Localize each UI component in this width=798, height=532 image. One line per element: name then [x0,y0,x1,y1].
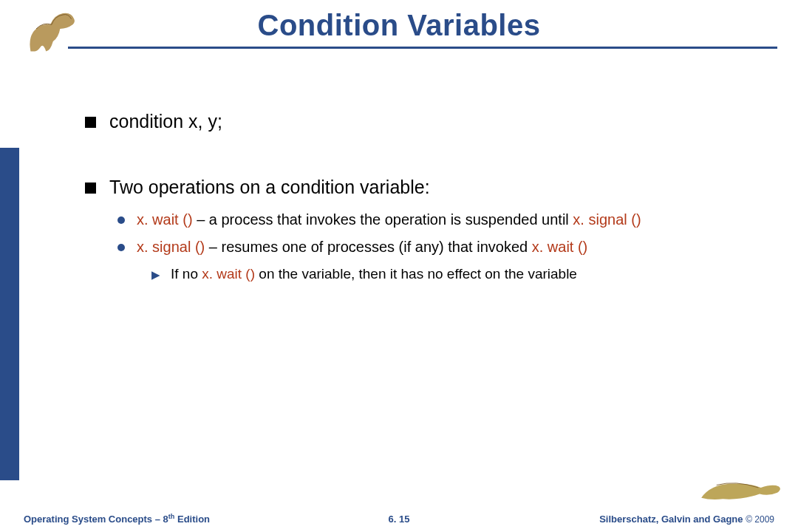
subbullet-text: x. wait () – a process that invokes the … [137,211,641,228]
title-area: Condition Variables [0,9,798,49]
text-fragment: – a process that invokes the operation i… [197,211,573,228]
square-bullet-icon [85,183,96,194]
side-accent-bar [0,148,19,480]
bullet-two-ops: Two operations on a condition variable: [85,177,772,198]
code-xwait: x. wait () [532,239,588,255]
arrow-bullet-icon: ▶ [151,268,160,282]
slide-title: Condition Variables [0,9,798,42]
title-underline [68,47,777,49]
content-area: condition x, y; Two operations on a cond… [85,111,772,282]
copyright: © 2009 [746,514,774,525]
subbullet-text: x. signal () – resumes one of processes … [137,239,587,256]
subsubbullet-text: If no x. wait () on the variable, then i… [171,266,577,282]
code-xwait: x. wait () [137,211,197,228]
footer: Operating System Concepts – 8th Edition … [0,511,798,526]
dinosaur-prone-icon [698,465,786,505]
text-fragment: on the variable, then it has no effect o… [259,266,577,282]
code-xsignal: x. signal () [573,211,641,228]
code-xsignal: x. signal () [137,239,209,255]
code-xwait: x. wait () [202,266,259,282]
bullet-condition-decl: condition x, y; [85,111,772,132]
subbullet-xsignal: x. signal () – resumes one of processes … [117,239,772,256]
footer-right: Silberschatz, Galvin and Gagne © 2009 [599,514,774,525]
text-fragment: – resumes one of processes (if any) that… [209,239,532,255]
subsubbullet-no-effect: ▶ If no x. wait () on the variable, then… [151,266,772,282]
square-bullet-icon [85,117,96,128]
text-fragment: If no [171,266,202,282]
bullet-text: Two operations on a condition variable: [109,177,430,198]
slide: Condition Variables condition x, y; Two … [0,0,798,532]
subbullet-xwait: x. wait () – a process that invokes the … [117,211,772,228]
bullet-text: condition x, y; [109,111,222,132]
slide-number: 6. 15 [389,514,410,525]
dot-bullet-icon [117,216,125,224]
dot-bullet-icon [117,244,125,251]
authors: Silberschatz, Galvin and Gagne [599,514,746,525]
